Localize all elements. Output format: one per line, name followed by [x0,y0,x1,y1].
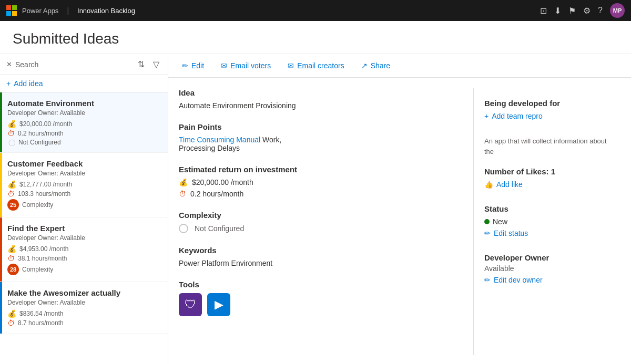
email-creators-label: Email creators [297,61,344,70]
stat-money-value: $836.54 /month [19,310,63,317]
roi-money-value: $20,000.00 /month [192,178,253,186]
stat-hours: ⏱ 0.2 hours/month [7,129,161,138]
flag-icon[interactable]: ⚑ [568,6,576,16]
add-idea-label: Add idea [14,79,43,88]
pain-points-highlighted: Time Consuming Manual [179,136,260,144]
edit-dev-owner-icon: ✏ [484,276,491,284]
item-owner: Developer Owner: Available [7,234,161,242]
pain-points-section: Pain Points Time Consuming Manual Work, … [179,122,457,152]
complexity-icon: ◯ [8,139,15,146]
tools-title: Tools [179,280,457,289]
email-creators-icon: ✉ [288,61,294,70]
roi-hours-value: 0.2 hours/month [190,190,243,198]
roi-hours-row: ⏱ 0.2 hours/month [179,190,457,198]
money-icon: 💰 [7,120,16,128]
stat-hours-value: 8.7 hours/month [18,319,64,327]
stat-complexity-label: Complexity [22,201,53,209]
item-stats: 💰 $20,000.00 /month ⏱ 0.2 hours/month ◯ … [7,120,161,146]
filter-button[interactable]: ▽ [151,58,161,70]
add-team-repro-button[interactable]: + Add team repro [484,112,610,120]
stat-hours: ⏱ 38.1 hours/month [7,254,161,263]
stat-hours: ⏱ 103.3 hours/month [7,190,161,198]
stat-money-value: $4,953.00 /month [19,245,68,253]
stat-complexity: ◯ Not Configured [7,139,161,146]
top-nav-right: ⊡ ⬇ ⚑ ⚙ ? MP [540,3,625,18]
list-item[interactable]: Find the Expert Developer Owner: Availab… [0,217,168,282]
list-item[interactable]: Make the Awesomizer actually Developer O… [0,282,168,334]
share-icon: ↗ [361,61,368,70]
edit-dev-owner-button[interactable]: ✏ Edit dev owner [484,276,610,284]
money-icon: 💰 [7,309,16,318]
item-stats: 💰 $836.54 /month ⏱ 8.7 hours/month [7,309,161,327]
download-icon[interactable]: ⬇ [554,6,561,16]
stat-money: 💰 $20,000.00 /month [7,120,161,128]
roi-section: Estimated return on investment 💰 $20,000… [179,165,457,198]
clock-icon: ⏱ [7,129,15,138]
status-title: Status [484,204,610,213]
complexity-badge: 25 [7,199,19,211]
idea-section: Idea Automate Environment Provisioning [179,88,457,110]
item-stats: 💰 $4,953.00 /month ⏱ 38.1 hours/month 28… [7,245,161,275]
stat-money: 💰 $12,777.00 /month [7,180,161,189]
complexity-value: Not Configured [179,224,457,233]
tool-icon-power-automate[interactable]: ▶ [207,293,230,316]
roi-title: Estimated return on investment [179,165,457,174]
stat-complexity-label: Complexity [22,266,53,273]
clear-search-icon[interactable]: ✕ [6,60,12,68]
sidebar-toolbar-right: ⇅ ▽ [136,58,161,70]
roi-rows: 💰 $20,000.00 /month ⏱ 0.2 hours/month [179,178,457,198]
help-icon[interactable]: ? [598,6,603,15]
dev-owner-title: Developer Owner [484,253,610,262]
stat-money-value: $12,777.00 /month [19,181,72,188]
edit-status-icon: ✏ [484,229,491,237]
stat-hours: ⏱ 8.7 hours/month [7,319,161,327]
settings-icon[interactable]: ⚙ [583,6,591,16]
app-name: Power Apps [22,7,58,15]
complexity-title: Complexity [179,211,457,220]
stat-money-value: $20,000.00 /month [19,120,72,128]
list-item[interactable]: Automate Environment Developer Owner: Av… [0,92,168,153]
window-icon[interactable]: ⊡ [540,6,547,16]
keywords-section: Keywords Power Platform Environment [179,246,457,267]
dev-owner-value: Available [484,264,610,273]
item-stats: 💰 $12,777.00 /month ⏱ 103.3 hours/month … [7,180,161,211]
idea-value: Automate Environment Provisioning [179,101,457,110]
roi-hours-icon: ⏱ [179,190,186,198]
share-label: Share [371,61,390,70]
main-layout: ✕ Search ⇅ ▽ + Add idea Automate Environ… [0,54,631,364]
tool-icon-shield[interactable]: 🛡 [179,293,202,316]
nav-separator: | [67,6,69,15]
edit-status-button[interactable]: ✏ Edit status [484,229,610,237]
item-title: Make the Awesomizer actually [7,288,161,297]
microsoft-logo [6,5,17,16]
sidebar-search-bar: ✕ Search ⇅ ▽ [0,54,168,75]
add-idea-button[interactable]: + Add idea [6,79,43,88]
keywords-title: Keywords [179,246,457,255]
stat-hours-value: 103.3 hours/month [18,190,70,197]
stat-complexity: 25 Complexity [7,199,161,211]
likes-title: Number of Likes: 1 [484,167,610,176]
list-item[interactable]: Customer Feedback Developer Owner: Avail… [0,153,168,217]
clock-icon: ⏱ [7,319,15,327]
right-panel: Being developed for + Add team repro An … [473,88,620,355]
email-voters-button[interactable]: ✉ Email voters [218,59,274,72]
being-dev-section: Being developed for + Add team repro [484,99,610,120]
item-title: Find the Expert [7,224,161,233]
pain-points-normal1: Work, [260,136,281,144]
email-creators-button[interactable]: ✉ Email creators [284,59,347,72]
nav-title: Innovation Backlog [77,7,135,15]
edit-label: Edit [191,61,204,70]
item-accent [0,92,2,152]
user-avatar[interactable]: MP [610,3,625,18]
edit-button[interactable]: ✏ Edit [179,59,207,72]
sort-button[interactable]: ⇅ [136,58,147,70]
money-icon: 💰 [7,245,16,253]
item-owner: Developer Owner: Available [7,170,161,177]
pain-points-value: Time Consuming Manual Work, Processing D… [179,136,457,152]
add-like-button[interactable]: 👍 Add like [484,180,610,189]
add-team-icon: + [484,112,488,120]
detail-panel: ✏ Edit ✉ Email voters ✉ Email creators ↗… [168,54,631,364]
pain-points-normal2: Processing Delays [179,144,240,152]
page-title: Submitted Ideas [13,30,618,47]
share-button[interactable]: ↗ Share [358,59,393,72]
